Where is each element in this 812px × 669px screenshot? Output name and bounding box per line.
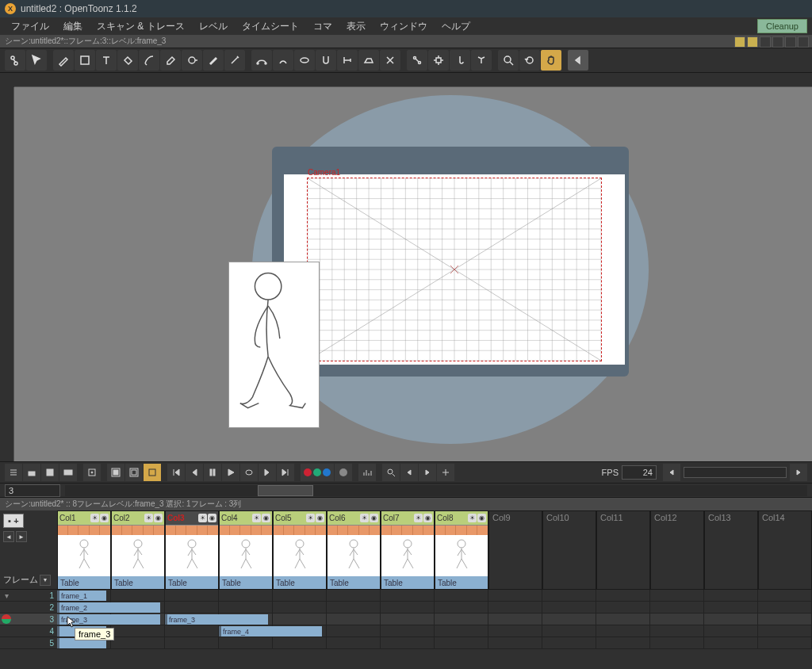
timeline-cell[interactable] [488,590,542,602]
column-head[interactable]: Col6 ☀◉ [327,511,380,525]
column-head[interactable]: Col5 ☀◉ [274,511,326,525]
tool-pump[interactable] [294,50,315,71]
tool-type[interactable] [96,50,117,71]
preview-toggle-icon[interactable]: ☀ [144,514,153,522]
tool-magnet[interactable] [316,50,336,71]
first-frame-button[interactable] [167,464,185,481]
timeline-cell[interactable] [273,602,327,614]
tool-rotate[interactable] [519,50,540,71]
column-parent[interactable]: Table [166,576,218,589]
menu-timesheet[interactable]: タイムシート [236,18,305,35]
timeline-cell[interactable] [650,637,704,649]
timeline-clip[interactable]: frame_1 [57,591,106,601]
tool-paint-brush[interactable] [139,50,159,71]
column-parent[interactable]: Table [327,576,380,589]
fps-slider-right[interactable] [790,464,807,481]
tool-iron[interactable] [358,50,379,71]
timeline-cell[interactable] [704,625,758,637]
column-parent[interactable]: Table [58,576,110,589]
preview-toggle-icon[interactable]: ☀ [360,514,369,522]
freeze-icon[interactable] [83,464,101,481]
cleanup-button[interactable]: Cleanup [757,19,807,33]
menu-view[interactable]: 表示 [340,18,372,35]
menu-window[interactable]: ウィンドウ [373,18,434,35]
timeline-cell[interactable] [435,637,488,649]
column-thumbnail[interactable] [58,535,110,576]
preview-toggle-icon[interactable]: ☀ [414,514,423,522]
timeline-cell[interactable] [596,590,650,602]
column-filmstrip[interactable] [327,525,380,535]
layout-icon-6[interactable] [798,36,809,48]
timeline-cell[interactable] [381,614,435,625]
tool-plastic[interactable] [471,50,492,71]
column-parent[interactable]: Table [435,576,488,589]
fps-slider-left[interactable] [663,464,680,481]
tool-style-picker[interactable] [203,50,224,71]
timeline-row-number[interactable]: ▾1 [0,590,57,602]
timeline-cell[interactable] [327,637,381,649]
ruler-horizontal[interactable] [14,73,812,87]
column-head[interactable]: Col7 ☀◉ [381,511,434,525]
menu-edit[interactable]: 編集 [57,18,89,35]
preview-toggle-icon[interactable]: ☀ [198,514,207,522]
timeline-row[interactable] [57,590,812,602]
layout-icon-1[interactable] [734,36,745,48]
timeline-clip[interactable]: frame_3 [165,614,268,625]
timeline-clip[interactable]: frame_2 [57,602,160,613]
column-thumbnail[interactable] [166,535,218,576]
menu-help[interactable]: ヘルプ [435,18,477,35]
safe-area-toggle[interactable] [144,464,161,481]
tool-zoom[interactable] [498,50,519,71]
column-head[interactable]: Col3 ☀◉ [166,511,218,525]
tool-tape[interactable] [182,50,202,71]
tool-rgb-picker[interactable] [224,50,245,71]
timeline-cell[interactable] [273,637,327,649]
pause-button[interactable] [204,464,221,481]
menu-frame[interactable]: コマ [307,18,339,35]
column-empty[interactable]: Col9 [488,510,542,590]
column-head[interactable]: Col8 ☀◉ [435,511,488,525]
tool-pinch[interactable] [273,50,293,71]
timeline-row-number[interactable]: 2 [0,602,57,614]
timeline-cell[interactable] [488,637,542,649]
column-empty[interactable]: Col14 [758,510,812,590]
channel-chips[interactable] [301,464,334,481]
timeline-cell[interactable] [435,590,488,602]
column-header[interactable]: Col3 ☀◉ Table [165,510,219,590]
camstand-toggle-icon[interactable]: ◉ [423,514,432,522]
play-button[interactable] [222,464,239,481]
timeline-row-number[interactable]: 5 [0,637,57,649]
timeline-cell[interactable] [165,625,219,637]
timeline-cell[interactable] [111,637,165,649]
timeline-cell[interactable] [704,637,758,649]
column-filmstrip[interactable] [274,525,326,535]
timeline-cell[interactable] [650,602,704,614]
timeline-cell[interactable] [165,602,219,614]
memo-prev-button[interactable]: ◄ [3,531,14,542]
menu-scan-trace[interactable]: スキャン & トレース [90,18,191,35]
camstand-toggle-icon[interactable]: ◉ [208,514,216,522]
column-header[interactable]: Col7 ☀◉ Table [381,510,435,590]
timeline-cell[interactable] [650,614,704,625]
column-filmstrip[interactable] [381,525,434,535]
column-thumbnail[interactable] [327,535,380,576]
timeline-cell[interactable] [435,625,488,637]
camera-view-icon[interactable] [59,464,77,481]
tool-bender[interactable] [337,50,358,71]
timeline-cell[interactable] [704,602,758,614]
last-frame-button[interactable] [277,464,294,481]
timeline-cell[interactable] [596,614,650,625]
alpha-chip[interactable] [335,464,352,481]
tool-eraser[interactable] [160,50,181,71]
menu-level[interactable]: レベル [193,18,234,35]
column-thumbnail[interactable] [381,535,434,576]
timeline-cell[interactable] [542,602,596,614]
tool-control-point[interactable] [251,50,272,71]
timeline-cell[interactable] [111,625,165,637]
column-empty[interactable]: Col12 [650,510,704,590]
column-filmstrip[interactable] [166,525,218,535]
timeline-cell[interactable] [381,625,435,637]
column-filmstrip[interactable] [112,525,164,535]
prev-frame-button[interactable] [186,464,203,481]
tool-fill[interactable] [117,50,138,71]
